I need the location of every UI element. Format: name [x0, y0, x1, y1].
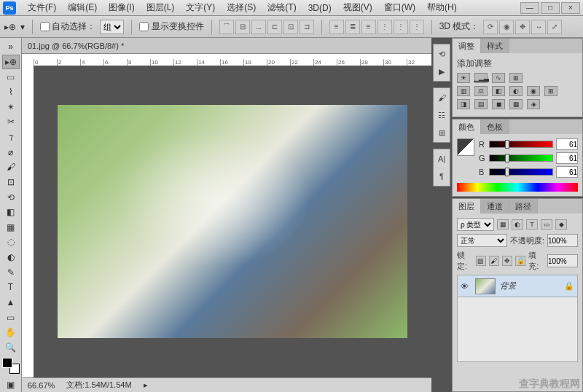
gradient-tool[interactable]: ▦	[2, 220, 20, 235]
selective-color-icon[interactable]: ◈	[527, 99, 540, 109]
r-slider[interactable]	[489, 141, 553, 148]
opacity-value[interactable]	[547, 234, 578, 247]
quick-select-tool[interactable]: ✴	[2, 100, 20, 115]
path-select-tool[interactable]: ▲	[2, 295, 20, 310]
eyedropper-tool[interactable]: ⁊	[2, 130, 20, 145]
clone-source-panel-icon[interactable]: ⊞	[435, 126, 448, 139]
b-slider[interactable]	[489, 168, 553, 176]
actions-panel-icon[interactable]: ▶	[435, 65, 448, 78]
align-right-icon[interactable]: ⊐	[300, 20, 314, 34]
distribute-left-icon[interactable]: ⋮	[377, 20, 392, 34]
visibility-eye-icon[interactable]: 👁	[461, 282, 471, 291]
3d-pan-icon[interactable]: ✥	[515, 20, 530, 34]
close-button[interactable]: ×	[561, 2, 580, 14]
distribute-hcenter-icon[interactable]: ⋮	[394, 20, 408, 34]
crop-tool[interactable]: ✂	[2, 114, 20, 130]
tab-paths[interactable]: 路径	[509, 199, 538, 213]
show-transform-checkbox[interactable]: 显示变换控件	[139, 20, 203, 33]
tab-layers[interactable]: 图层	[453, 199, 481, 213]
zoom-tool[interactable]: 🔍	[2, 340, 20, 356]
align-bottom-icon[interactable]: ⎵	[251, 20, 266, 34]
r-value[interactable]	[556, 138, 578, 150]
brushes-panel-icon[interactable]: 🖌	[435, 91, 448, 104]
hand-tool[interactable]: ✋	[2, 325, 20, 340]
filter-shape-icon[interactable]: ▭	[541, 219, 552, 230]
menu-select[interactable]: 选择(S)	[221, 0, 262, 15]
tab-styles[interactable]: 样式	[481, 39, 509, 53]
lock-pixels-icon[interactable]: 🖌	[489, 256, 499, 266]
auto-select-mode[interactable]: 组	[100, 20, 124, 34]
channel-mixer-icon[interactable]: ⊞	[544, 86, 557, 96]
exposure-icon[interactable]: ⊞	[509, 73, 523, 83]
marquee-tool[interactable]: ▭	[2, 69, 20, 85]
clone-stamp-tool[interactable]: ⊡	[2, 175, 20, 190]
levels-icon[interactable]: ▁▂▃	[474, 73, 488, 83]
g-slider[interactable]	[489, 154, 553, 162]
dodge-tool[interactable]: ◐	[2, 250, 20, 265]
vibrance-icon[interactable]: ▥	[457, 86, 470, 96]
tab-swatches[interactable]: 色板	[481, 119, 509, 134]
fg-color-swatch[interactable]	[2, 358, 12, 368]
layer-filter-kind[interactable]: ρ 类型	[457, 218, 494, 231]
color-balance-icon[interactable]: ◧	[492, 86, 505, 96]
pen-tool[interactable]: ✎	[2, 264, 20, 280]
lock-transparency-icon[interactable]: ▨	[476, 256, 486, 266]
3d-slide-icon[interactable]: ↔	[531, 20, 546, 34]
align-vcenter-icon[interactable]: ⊟	[235, 20, 250, 34]
fill-value[interactable]	[547, 254, 578, 267]
align-left-icon[interactable]: ⊏	[267, 20, 282, 34]
blur-tool[interactable]: ◌	[2, 235, 20, 250]
auto-select-checkbox[interactable]: 自动选择：	[40, 20, 95, 33]
filter-smart-icon[interactable]: ◆	[555, 219, 567, 230]
history-brush-tool[interactable]: ⟲	[2, 189, 20, 205]
paragraph-panel-icon[interactable]: ¶	[435, 170, 448, 183]
g-value[interactable]	[556, 152, 578, 164]
maximize-button[interactable]: □	[541, 2, 560, 14]
menu-view[interactable]: 视图(V)	[337, 0, 378, 15]
layer-name[interactable]: 背景	[500, 281, 560, 291]
status-dropdown-icon[interactable]: ▸	[144, 380, 148, 390]
brush-tool[interactable]: 🖌	[2, 160, 20, 175]
filter-adjust-icon[interactable]: ◐	[512, 219, 523, 230]
brightness-contrast-icon[interactable]: ☀	[457, 73, 470, 83]
collapse-toolbox-icon[interactable]: »	[2, 39, 20, 55]
blend-mode-select[interactable]: 正常	[457, 234, 507, 247]
distribute-right-icon[interactable]: ⋮	[410, 20, 424, 34]
type-tool[interactable]: T	[2, 280, 20, 295]
shape-tool[interactable]: ▭	[2, 310, 20, 325]
hue-sat-icon[interactable]: ⚖	[474, 86, 488, 96]
distribute-vcenter-icon[interactable]: ≣	[345, 20, 360, 34]
menu-file[interactable]: 文件(F)	[22, 0, 62, 15]
lock-position-icon[interactable]: ✥	[502, 256, 512, 266]
minimize-button[interactable]: —	[520, 2, 539, 14]
menu-help[interactable]: 帮助(H)	[421, 0, 463, 15]
character-panel-icon[interactable]: A|	[435, 152, 448, 165]
quickmask-toggle[interactable]: ▣	[2, 377, 20, 392]
menu-filter[interactable]: 滤镜(T)	[262, 0, 302, 15]
menu-image[interactable]: 图像(I)	[103, 0, 140, 15]
eraser-tool[interactable]: ◧	[2, 205, 20, 220]
layer-row[interactable]: 👁 背景 🔒	[458, 275, 577, 297]
menu-3d[interactable]: 3D(D)	[302, 1, 337, 15]
3d-rotate-icon[interactable]: ⟳	[483, 20, 498, 34]
tab-channels[interactable]: 通道	[481, 199, 509, 213]
menu-edit[interactable]: 编辑(E)	[62, 0, 103, 15]
menu-window[interactable]: 窗口(W)	[378, 0, 421, 15]
dropdown-toggle-icon[interactable]: ▾	[20, 22, 25, 32]
gradient-map-icon[interactable]: ▦	[509, 99, 523, 109]
hue-ramp[interactable]	[457, 183, 578, 192]
brush-presets-panel-icon[interactable]: ☷	[435, 109, 448, 122]
3d-roll-icon[interactable]: ◉	[499, 20, 514, 34]
menu-type[interactable]: 文字(Y)	[180, 0, 221, 15]
layer-thumbnail[interactable]	[475, 278, 496, 294]
canvas[interactable]	[34, 66, 431, 377]
healing-brush-tool[interactable]: ⌀	[2, 144, 20, 160]
menu-layer[interactable]: 图层(L)	[141, 0, 181, 15]
posterize-icon[interactable]: ▤	[474, 99, 488, 109]
curves-icon[interactable]: ∿	[492, 73, 505, 83]
zoom-level[interactable]: 66.67%	[28, 381, 55, 390]
tab-color[interactable]: 颜色	[453, 119, 481, 134]
lock-all-icon[interactable]: 🔒	[515, 256, 525, 266]
bw-icon[interactable]: ◐	[509, 86, 523, 96]
distribute-top-icon[interactable]: ≡	[329, 20, 344, 34]
